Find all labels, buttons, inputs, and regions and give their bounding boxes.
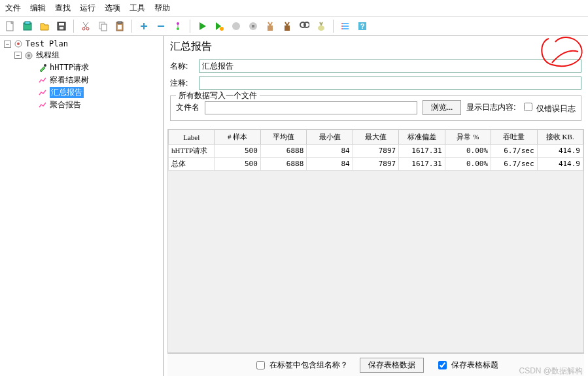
menu-options[interactable]: 选项 [105,3,120,14]
svg-text:?: ? [360,22,365,30]
search-icon[interactable] [297,19,311,33]
svg-point-36 [341,26,343,27]
menu-find[interactable]: 查找 [55,3,71,14]
menu-tools[interactable]: 工具 [130,3,145,14]
svg-point-31 [318,26,324,31]
svg-point-8 [86,27,89,30]
svg-rect-12 [118,22,122,24]
results-table-area: Label # 样本 平均值 最小值 最大值 标准偏差 异常 % 吞吐量 接收 … [167,129,584,353]
gear-icon [24,51,33,60]
svg-rect-27 [285,26,290,31]
menu-file[interactable]: 文件 [5,3,21,14]
collapse-icon[interactable] [154,19,168,33]
svg-point-37 [341,28,343,29]
table-row[interactable]: 总体 500 6888 84 7897 1617.31 0.00% 6.7/se… [169,158,583,171]
reset-search-icon[interactable] [314,19,328,33]
menu-help[interactable]: 帮助 [154,3,170,14]
col-max[interactable]: 最大值 [353,130,398,145]
stop-icon[interactable] [229,19,243,33]
svg-rect-34 [342,28,349,29]
comment-input[interactable] [199,77,581,90]
menu-bar: 文件 编辑 查找 运行 选项 工具 帮助 [0,0,588,17]
svg-point-43 [27,54,30,57]
toggle-icon[interactable] [171,19,185,33]
svg-rect-33 [342,26,349,27]
paste-icon[interactable] [112,19,127,33]
tree-thread-group[interactable]: − 线程组 [3,49,160,61]
save-data-button[interactable]: 保存表格数据 [360,358,424,373]
shutdown-icon[interactable] [246,19,260,33]
svg-rect-10 [101,24,107,31]
col-throughput[interactable]: 吞吐量 [491,130,537,145]
dropper-icon [38,63,47,73]
svg-rect-13 [118,25,122,29]
table-row[interactable]: hHTTP请求 500 6888 84 7897 1617.31 0.00% 6… [169,145,583,158]
clear-icon[interactable] [263,19,277,33]
svg-rect-3 [25,22,30,24]
svg-rect-6 [60,27,63,29]
svg-rect-25 [252,25,254,27]
function-icon[interactable] [338,19,353,33]
results-table: Label # 样本 平均值 最小值 最大值 标准偏差 异常 % 吞吐量 接收 … [168,129,583,171]
toolbar: ? [0,17,588,36]
open-icon[interactable] [37,19,52,33]
svg-point-23 [232,22,240,30]
collapse-toggle-icon[interactable]: − [4,41,11,48]
svg-rect-26 [268,26,273,31]
start-no-pause-icon[interactable] [212,19,226,33]
col-stddev[interactable]: 标准偏差 [399,130,445,145]
tree-item-http[interactable]: hHTTP请求 [3,61,160,74]
col-recv[interactable]: 接收 KB. [537,130,583,145]
log-label: 显示日志内容: [466,102,515,113]
content-panel: 汇总报告 名称: 注释: 所有数据写入一个文件 文件名 浏览... 显示日志内容… [164,36,588,376]
comment-label: 注释: [170,78,195,89]
col-label[interactable]: Label [169,130,215,145]
svg-point-22 [220,27,224,31]
col-avg[interactable]: 平均值 [260,130,306,145]
file-fieldset: 所有数据写入一个文件 文件名 浏览... 显示日志内容: 仅错误日志 [170,95,581,121]
col-min[interactable]: 最小值 [307,130,353,145]
name-label: 名称: [170,61,195,72]
include-group-checkbox[interactable]: 在标签中包含组名称？ [254,359,348,371]
svg-rect-5 [59,23,64,26]
tree-item-results[interactable]: 察看结果树 [3,74,160,86]
menu-run[interactable]: 运行 [80,3,95,14]
new-icon[interactable] [3,19,18,33]
col-samples[interactable]: # 样本 [215,130,260,145]
collapse-toggle-icon[interactable]: − [14,52,22,59]
test-plan-tree[interactable]: − Test Plan − 线程组 hHTTP请求 察看结果树 汇总报告 聚合报… [0,36,164,376]
errors-only-checkbox[interactable]: 仅错误日志 [521,101,576,114]
svg-point-44 [44,64,46,67]
tree-item-aggregate[interactable]: 聚合报告 [3,99,160,111]
footer-bar: 在标签中包含组名称？ 保存表格数据 保存表格标题 [167,353,584,376]
save-icon[interactable] [54,19,69,33]
expand-icon[interactable] [137,19,151,33]
help-icon[interactable]: ? [355,19,370,33]
templates-icon[interactable] [20,19,35,33]
panel-title: 汇总报告 [167,39,584,58]
testplan-icon [14,39,23,48]
start-icon[interactable] [195,19,209,33]
chart-icon [38,101,47,110]
svg-point-7 [82,27,85,30]
menu-edit[interactable]: 编辑 [30,3,46,14]
svg-point-41 [17,43,20,45]
filename-input[interactable] [205,101,417,114]
browse-button[interactable]: 浏览... [423,100,461,115]
chart-icon [38,76,47,85]
filename-label: 文件名 [176,102,199,113]
copy-icon[interactable] [95,19,110,33]
name-input[interactable] [199,60,581,73]
svg-point-17 [177,22,179,25]
tree-item-summary[interactable]: 汇总报告 [3,86,160,99]
tree-root[interactable]: − Test Plan [3,39,160,49]
cut-icon[interactable] [78,19,93,33]
svg-marker-20 [199,22,206,30]
svg-point-35 [341,23,343,24]
save-header-checkbox[interactable]: 保存表格标题 [436,359,498,371]
chart-icon [38,88,47,97]
col-error[interactable]: 异常 % [445,130,491,145]
svg-point-18 [177,27,179,30]
clear-all-icon[interactable] [280,19,294,33]
svg-rect-32 [342,23,349,24]
